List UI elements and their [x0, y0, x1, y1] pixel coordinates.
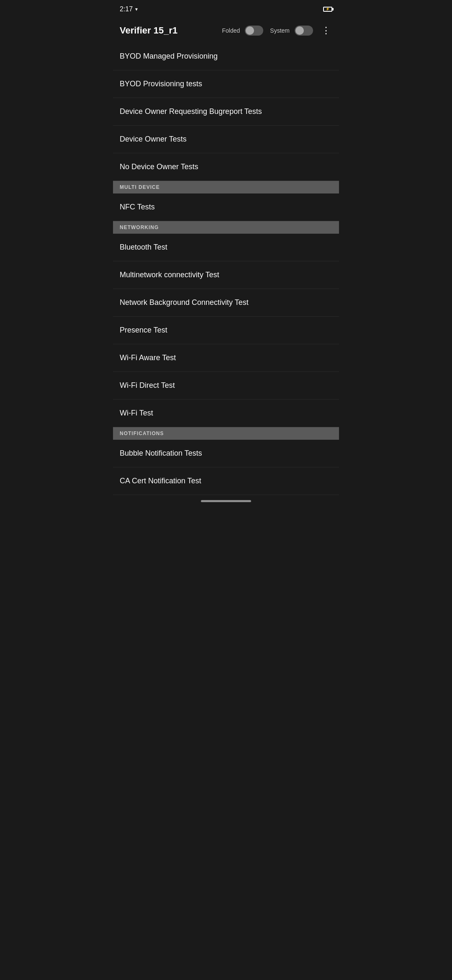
- wifi-signal-icon: ▾: [135, 6, 138, 12]
- app-title: Verifier 15_r1: [120, 25, 216, 36]
- list-item-bluetooth-test[interactable]: Bluetooth Test: [113, 234, 339, 261]
- list-item-nfc-tests[interactable]: NFC Tests: [113, 193, 339, 221]
- battery-bolt: ⚡: [326, 8, 330, 11]
- folded-label: Folded: [222, 27, 240, 34]
- list-item-device-owner[interactable]: Device Owner Tests: [113, 126, 339, 153]
- list-item-wifi-aware-test[interactable]: Wi-Fi Aware Test: [113, 344, 339, 372]
- status-bar-right: ⚡: [323, 7, 332, 12]
- list-item-ca-cert-notification[interactable]: CA Cert Notification Test: [113, 467, 339, 495]
- folded-toggle-group: Folded: [222, 26, 264, 36]
- list-item-byod-managed[interactable]: BYOD Managed Provisioning: [113, 43, 339, 70]
- list-item-wifi-direct-test[interactable]: Wi-Fi Direct Test: [113, 372, 339, 400]
- status-bar: 2:17 ▾ ⚡: [113, 0, 339, 18]
- system-toggle[interactable]: [295, 26, 313, 36]
- list-item-multinetwork-test[interactable]: Multinetwork connectivity Test: [113, 261, 339, 289]
- list-item-network-bg-connectivity[interactable]: Network Background Connectivity Test: [113, 289, 339, 317]
- status-bar-left: 2:17 ▾: [120, 5, 138, 13]
- list-item-byod-provisioning[interactable]: BYOD Provisioning tests: [113, 70, 339, 98]
- list-item-no-device-owner[interactable]: No Device Owner Tests: [113, 153, 339, 181]
- section-header-header-multi-device: MULTI DEVICE: [113, 181, 339, 193]
- section-header-header-notifications: NOTIFICATIONS: [113, 427, 339, 440]
- folded-toggle[interactable]: [245, 26, 263, 36]
- section-header-header-networking: NETWORKING: [113, 221, 339, 234]
- list-item-wifi-test[interactable]: Wi-Fi Test: [113, 400, 339, 427]
- more-options-icon[interactable]: ⋮: [320, 23, 332, 38]
- list-item-presence-test[interactable]: Presence Test: [113, 317, 339, 344]
- app-bar: Verifier 15_r1 Folded System ⋮: [113, 18, 339, 43]
- list-item-bubble-notification[interactable]: Bubble Notification Tests: [113, 440, 339, 467]
- system-label: System: [270, 27, 290, 34]
- home-indicator: [201, 500, 251, 502]
- time-display: 2:17: [120, 5, 133, 13]
- battery-icon: ⚡: [323, 7, 332, 12]
- system-toggle-group: System: [270, 26, 313, 36]
- list-item-device-owner-bugreport[interactable]: Device Owner Requesting Bugreport Tests: [113, 98, 339, 126]
- list-container: BYOD Managed ProvisioningBYOD Provisioni…: [113, 43, 339, 495]
